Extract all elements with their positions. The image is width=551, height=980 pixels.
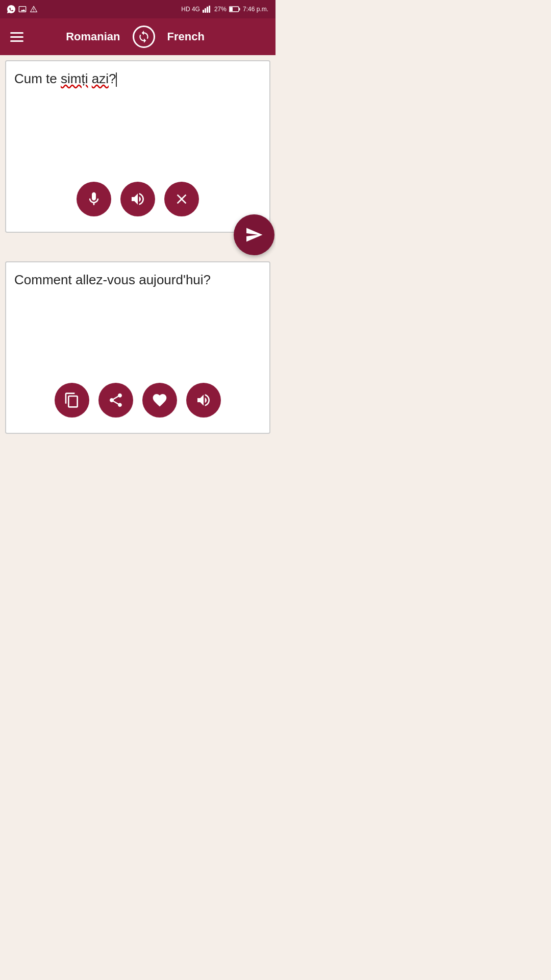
input-section[interactable]: Cum te simți azi? [5,60,270,233]
main-content: Cum te simți azi? [0,60,276,434]
underlined-word-azi: azi [92,71,109,86]
output-controls [14,383,261,423]
input-text[interactable]: Cum te simți azi? [14,69,261,172]
input-speaker-button[interactable] [120,182,155,216]
target-language[interactable]: French [167,30,205,43]
time-label: 7:46 p.m. [243,6,268,13]
status-right-info: HD 4G 27% 7:46 p.m. [181,6,268,13]
mic-button[interactable] [77,182,111,216]
output-text: Comment allez-vous aujourd'hui? [14,271,261,373]
status-left-icons [7,5,38,13]
text-cursor [116,72,117,87]
svg-rect-3 [209,6,210,13]
signal-icon [203,6,212,13]
svg-rect-1 [205,8,206,13]
svg-rect-2 [207,7,208,13]
source-language[interactable]: Romanian [66,30,120,43]
battery-label: 27% [214,6,227,13]
status-bar: HD 4G 27% 7:46 p.m. [0,0,276,18]
swap-languages-button[interactable] [133,26,155,48]
translate-button[interactable] [234,214,274,255]
copy-button[interactable] [55,383,89,418]
input-controls [14,182,261,222]
output-speaker-button[interactable] [186,383,221,418]
svg-rect-0 [203,10,204,13]
menu-button[interactable] [10,32,23,42]
image-icon [18,5,27,13]
underlined-word-simti: simți [61,71,88,86]
svg-rect-5 [230,7,233,11]
clear-button[interactable] [164,182,199,216]
network-label: HD 4G [181,6,200,13]
battery-icon [229,6,240,12]
svg-rect-6 [239,8,240,11]
favorite-button[interactable] [142,383,177,418]
output-section: Comment allez-vous aujourd'hui? [5,261,270,434]
language-selector: Romanian French [66,26,205,48]
whatsapp-icon [7,5,15,13]
toolbar: Romanian French [0,18,276,55]
alert-icon [30,5,38,13]
share-button[interactable] [98,383,133,418]
